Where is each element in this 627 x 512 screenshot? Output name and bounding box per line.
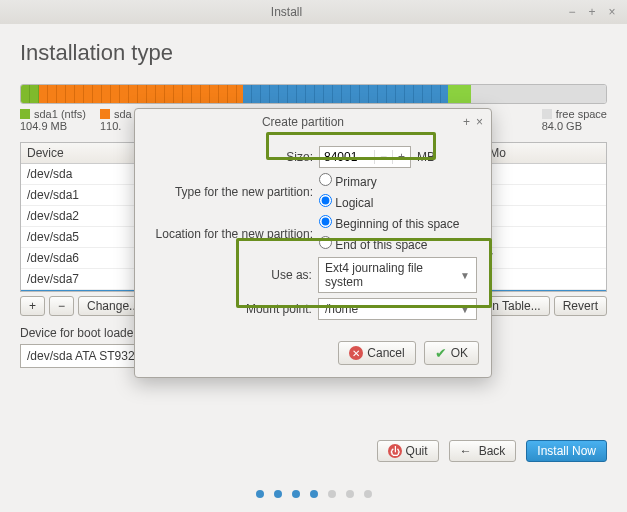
size-label: Size: <box>149 150 313 164</box>
add-partition-button[interactable]: + <box>20 296 45 316</box>
step-dot[interactable] <box>328 490 336 498</box>
dialog-titlebar: Create partition +× <box>135 109 491 135</box>
disk-usage-bar <box>20 84 607 104</box>
legend-sda2-label: sda <box>114 108 132 120</box>
dialog-close-icon[interactable]: × <box>476 115 483 129</box>
check-icon: ✔ <box>435 345 447 361</box>
legend-free-label: free space <box>556 108 607 120</box>
legend-sda1-label: sda1 (ntfs) <box>34 108 86 120</box>
partition-seg-orange <box>39 85 244 103</box>
partition-seg-lime <box>448 85 471 103</box>
size-input[interactable] <box>320 147 374 167</box>
partition-seg-sda1 <box>21 85 39 103</box>
legend-free-size: 84.0 GB <box>542 120 607 132</box>
step-dot[interactable] <box>364 490 372 498</box>
chevron-down-icon: ▼ <box>460 304 470 315</box>
radio-logical[interactable]: Logical <box>319 194 377 210</box>
quit-button[interactable]: ⏻Quit <box>377 440 439 462</box>
window-title: Install <box>8 5 565 19</box>
col-mount[interactable]: Mo <box>483 143 606 164</box>
partition-location-label: Location for the new partition: <box>149 227 313 241</box>
chevron-down-icon: ▼ <box>460 270 470 281</box>
page-title: Installation type <box>20 40 607 66</box>
use-as-select[interactable]: Ext4 journaling file system▼ <box>318 257 477 293</box>
minimize-icon[interactable]: − <box>565 5 579 19</box>
size-decrement-button[interactable]: − <box>374 150 392 164</box>
back-arrow-icon <box>460 444 475 458</box>
footer-buttons: ⏻Quit Back Install Now <box>377 440 607 462</box>
size-unit: MB <box>417 150 435 164</box>
revert-button[interactable]: Revert <box>554 296 607 316</box>
use-as-label: Use as: <box>149 268 312 282</box>
ok-button[interactable]: ✔OK <box>424 341 479 365</box>
step-dot[interactable] <box>274 490 282 498</box>
cancel-button[interactable]: ✕Cancel <box>338 341 415 365</box>
step-dot[interactable] <box>346 490 354 498</box>
size-increment-button[interactable]: + <box>392 150 410 164</box>
swatch-icon <box>100 109 110 119</box>
install-now-button[interactable]: Install Now <box>526 440 607 462</box>
dialog-title: Create partition <box>143 115 463 129</box>
radio-loc-begin[interactable]: Beginning of this space <box>319 215 459 231</box>
size-spinner: − + <box>319 146 411 168</box>
window-controls: − + × <box>565 5 619 19</box>
swatch-icon <box>542 109 552 119</box>
maximize-icon[interactable]: + <box>585 5 599 19</box>
partition-seg-blue <box>243 85 448 103</box>
remove-partition-button[interactable]: − <box>49 296 74 316</box>
dialog-add-icon[interactable]: + <box>463 115 470 129</box>
partition-seg-free <box>471 85 606 103</box>
step-dot[interactable] <box>292 490 300 498</box>
step-dot[interactable] <box>310 490 318 498</box>
swatch-icon <box>20 109 30 119</box>
legend-sda1-size: 104.9 MB <box>20 120 86 132</box>
close-icon[interactable]: × <box>605 5 619 19</box>
legend-sda2-size: 110. <box>100 120 132 132</box>
radio-loc-end[interactable]: End of this space <box>319 236 459 252</box>
radio-primary[interactable]: Primary <box>319 173 377 189</box>
power-icon: ⏻ <box>388 444 402 458</box>
wizard-dots <box>0 490 627 498</box>
mount-point-label: Mount point: <box>149 302 312 316</box>
create-partition-dialog: Create partition +× Size: − + MB Type fo… <box>134 108 492 378</box>
window-titlebar: Install − + × <box>0 0 627 24</box>
back-button[interactable]: Back <box>449 440 517 462</box>
cancel-icon: ✕ <box>349 346 363 360</box>
partition-type-label: Type for the new partition: <box>149 185 313 199</box>
mount-point-select[interactable]: /home▼ <box>318 298 477 320</box>
step-dot[interactable] <box>256 490 264 498</box>
